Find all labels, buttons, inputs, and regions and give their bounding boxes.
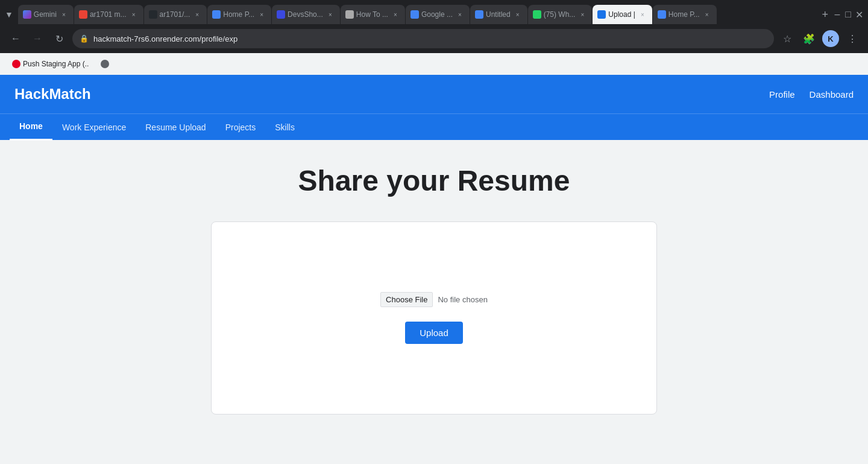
- tab-gmail[interactable]: ar1701 m...×: [74, 5, 143, 24]
- gemini-favicon: [23, 10, 31, 19]
- pinterest-favicon: [12, 60, 20, 68]
- tab-close-wiki[interactable]: ×: [391, 10, 400, 19]
- page-title: Share your Resume: [298, 164, 570, 197]
- browser-actions: ☆ 🧩 K ⋮: [779, 30, 861, 47]
- subnav-work-experience[interactable]: Work Experience: [52, 114, 136, 141]
- tab-label-google1: Home P...: [223, 10, 254, 19]
- tab-label-devs: DevsSho...: [288, 10, 323, 19]
- tab-close-whatsapp[interactable]: ×: [577, 10, 587, 19]
- devs-favicon: [277, 10, 285, 19]
- header-nav: Profile Dashboard: [769, 89, 854, 100]
- tab-close-github[interactable]: ×: [192, 10, 202, 19]
- tab-close-gmail[interactable]: ×: [129, 10, 139, 19]
- tab-upload[interactable]: Upload |×: [593, 5, 652, 24]
- upload-button[interactable]: Upload: [405, 322, 463, 344]
- tab-label-wiki: How To ...: [356, 10, 388, 19]
- forward-button[interactable]: →: [29, 30, 46, 47]
- tab-github[interactable]: ar1701/...×: [144, 5, 207, 24]
- app-container: HackMatch Profile Dashboard Home Work Ex…: [0, 75, 868, 464]
- tab-close-home2[interactable]: ×: [702, 10, 712, 19]
- tab-docs[interactable]: Untitled×: [470, 5, 527, 24]
- bookmark-star-button[interactable]: ☆: [779, 30, 796, 47]
- home2-favicon: [658, 10, 666, 19]
- tab-close-devs[interactable]: ×: [326, 10, 335, 19]
- subnav-skills[interactable]: Skills: [265, 114, 304, 141]
- tab-google2[interactable]: Google ...×: [406, 5, 470, 24]
- tab-close-docs[interactable]: ×: [513, 10, 523, 19]
- wiki-favicon: [345, 10, 354, 19]
- close-button[interactable]: ✕: [855, 10, 863, 19]
- tab-label-github: ar1701/...: [160, 10, 190, 19]
- profile-avatar: K: [822, 30, 839, 47]
- tab-google1[interactable]: Home P...×: [207, 5, 271, 24]
- new-tab-button[interactable]: +: [817, 8, 833, 21]
- browser-chrome: ▼ Gemini×ar1701 m...×ar1701/...×Home P..…: [0, 0, 868, 75]
- tab-devs[interactable]: DevsSho...×: [272, 5, 340, 24]
- main-content: Share your Resume Choose File No file ch…: [0, 140, 868, 464]
- dashboard-link[interactable]: Dashboard: [810, 89, 854, 100]
- github-favicon: [149, 10, 157, 19]
- refresh-button[interactable]: ↻: [51, 30, 68, 47]
- url-display: hackmatch-7rs6.onrender.com/profile/exp: [93, 34, 767, 43]
- bookmarks-bar: Push Staging App (..: [0, 53, 868, 75]
- bookmark-world[interactable]: [96, 57, 114, 71]
- back-button[interactable]: ←: [7, 30, 24, 47]
- tab-label-gmail: ar1701 m...: [90, 10, 127, 19]
- google2-favicon: [410, 10, 419, 19]
- app-logo[interactable]: HackMatch: [14, 86, 91, 103]
- more-menu-button[interactable]: ⋮: [844, 30, 861, 47]
- profile-link[interactable]: Profile: [769, 89, 795, 100]
- tab-label-docs: Untitled: [486, 10, 511, 19]
- whatsapp-favicon: [533, 10, 541, 19]
- app-header: HackMatch Profile Dashboard: [0, 75, 868, 113]
- tab-wiki[interactable]: How To ...×: [341, 5, 405, 24]
- file-input-row: Choose File No file chosen: [380, 292, 488, 307]
- tab-dropdown[interactable]: ▼: [0, 10, 18, 19]
- address-bar-row: ← → ↻ 🔒 hackmatch-7rs6.onrender.com/prof…: [0, 24, 868, 53]
- app-subnav: Home Work Experience Resume Upload Proje…: [0, 113, 868, 140]
- tab-whatsapp[interactable]: (75) Wh...×: [528, 5, 593, 24]
- choose-file-button[interactable]: Choose File: [380, 292, 433, 307]
- tab-close-google1[interactable]: ×: [257, 10, 266, 19]
- maximize-button[interactable]: □: [844, 10, 852, 19]
- minimize-button[interactable]: –: [833, 10, 841, 19]
- upload-card: Choose File No file chosen Upload: [211, 221, 657, 415]
- tab-close-google2[interactable]: ×: [455, 10, 465, 19]
- tab-label-gemini: Gemini: [34, 10, 57, 19]
- docs-favicon: [475, 10, 483, 19]
- subnav-home[interactable]: Home: [10, 114, 52, 141]
- tab-label-home2: Home P...: [668, 10, 700, 19]
- subnav-resume-upload[interactable]: Resume Upload: [136, 114, 215, 141]
- tab-label-upload: Upload |: [608, 10, 635, 19]
- gmail-favicon: [79, 10, 87, 19]
- window-controls: – □ ✕: [833, 10, 868, 19]
- subnav-projects[interactable]: Projects: [216, 114, 266, 141]
- address-bar[interactable]: 🔒 hackmatch-7rs6.onrender.com/profile/ex…: [72, 29, 774, 48]
- secure-icon: 🔒: [80, 34, 89, 43]
- profile-menu-button[interactable]: K: [822, 30, 839, 47]
- world-favicon: [101, 60, 109, 68]
- google1-favicon: [212, 10, 221, 19]
- upload-favicon: [597, 10, 606, 19]
- tab-gemini[interactable]: Gemini×: [18, 5, 74, 24]
- tab-label-whatsapp: (75) Wh...: [544, 10, 576, 19]
- tab-bar: ▼ Gemini×ar1701 m...×ar1701/...×Home P..…: [0, 0, 868, 24]
- browser-extension-button[interactable]: 🧩: [800, 30, 817, 47]
- tab-close-upload[interactable]: ×: [638, 10, 647, 19]
- bookmark-label: Push Staging App (..: [23, 60, 89, 68]
- tab-close-gemini[interactable]: ×: [59, 10, 69, 19]
- no-file-text: No file chosen: [438, 295, 487, 304]
- tab-home2[interactable]: Home P...×: [653, 5, 717, 24]
- tab-label-google2: Google ...: [421, 10, 453, 19]
- bookmark-pinterest[interactable]: Push Staging App (..: [7, 57, 93, 71]
